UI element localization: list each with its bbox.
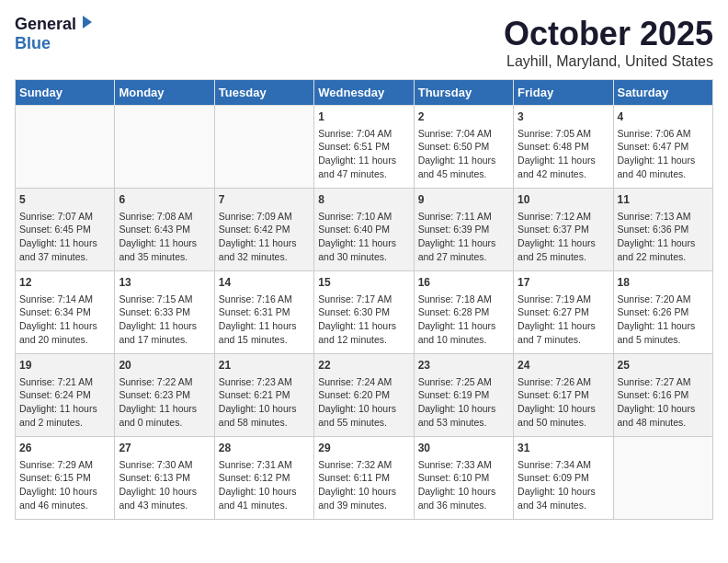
day-info: and 50 minutes. xyxy=(518,416,609,430)
calendar-cell: 18Sunrise: 7:20 AMSunset: 6:26 PMDayligh… xyxy=(613,271,712,354)
logo: General Blue xyxy=(15,15,94,53)
calendar-week-4: 19Sunrise: 7:21 AMSunset: 6:24 PMDayligh… xyxy=(16,354,713,437)
day-info: Sunrise: 7:08 AM xyxy=(119,210,210,224)
day-info: Daylight: 10 hours xyxy=(518,485,609,499)
day-info: Sunrise: 7:32 AM xyxy=(318,458,409,472)
day-number: 18 xyxy=(618,275,709,291)
day-info: Daylight: 10 hours xyxy=(219,485,310,499)
day-number: 19 xyxy=(19,358,110,373)
day-info: Sunset: 6:24 PM xyxy=(19,388,110,402)
day-number: 23 xyxy=(418,358,509,373)
day-info: and 7 minutes. xyxy=(518,333,609,347)
svg-marker-0 xyxy=(83,16,92,29)
day-info: Daylight: 11 hours xyxy=(119,402,210,416)
day-info: Sunrise: 7:29 AM xyxy=(19,458,110,472)
calendar-cell: 31Sunrise: 7:34 AMSunset: 6:09 PMDayligh… xyxy=(514,437,613,520)
day-number: 11 xyxy=(618,192,709,208)
day-info: Daylight: 10 hours xyxy=(618,402,709,416)
calendar-cell: 11Sunrise: 7:13 AMSunset: 6:36 PMDayligh… xyxy=(613,189,712,271)
day-info: Sunrise: 7:17 AM xyxy=(318,293,409,306)
calendar-cell: 6Sunrise: 7:08 AMSunset: 6:43 PMDaylight… xyxy=(115,189,214,271)
title-section: October 2025 Layhill, Maryland, United S… xyxy=(504,15,713,70)
day-info: Sunrise: 7:09 AM xyxy=(219,210,310,224)
day-info: and 22 minutes. xyxy=(618,250,709,264)
day-info: and 39 minutes. xyxy=(318,499,409,512)
day-number: 9 xyxy=(418,192,509,208)
day-info: and 0 minutes. xyxy=(119,416,210,430)
day-info: Sunset: 6:13 PM xyxy=(119,471,210,485)
day-info: and 43 minutes. xyxy=(119,499,210,512)
day-info: Sunrise: 7:15 AM xyxy=(119,293,210,306)
day-info: Daylight: 10 hours xyxy=(19,485,110,499)
day-info: and 17 minutes. xyxy=(119,333,210,347)
day-info: Sunset: 6:12 PM xyxy=(219,471,310,485)
day-info: Sunrise: 7:34 AM xyxy=(518,458,609,472)
calendar-cell: 2Sunrise: 7:04 AMSunset: 6:50 PMDaylight… xyxy=(414,106,513,189)
day-info: and 30 minutes. xyxy=(318,250,409,264)
logo-arrow-icon xyxy=(79,16,94,34)
day-info: Daylight: 11 hours xyxy=(318,236,409,250)
calendar-cell: 12Sunrise: 7:14 AMSunset: 6:34 PMDayligh… xyxy=(16,271,115,354)
day-info: Sunrise: 7:14 AM xyxy=(19,293,110,306)
day-info: Daylight: 11 hours xyxy=(219,236,310,250)
day-number: 10 xyxy=(518,192,609,208)
day-info: Sunrise: 7:30 AM xyxy=(119,458,210,472)
calendar-week-2: 5Sunrise: 7:07 AMSunset: 6:45 PMDaylight… xyxy=(16,189,713,271)
day-info: and 32 minutes. xyxy=(219,250,310,264)
calendar-cell: 28Sunrise: 7:31 AMSunset: 6:12 PMDayligh… xyxy=(214,437,313,520)
day-info: Sunrise: 7:21 AM xyxy=(19,375,110,389)
day-number: 6 xyxy=(119,192,210,208)
calendar-cell: 16Sunrise: 7:18 AMSunset: 6:28 PMDayligh… xyxy=(414,271,513,354)
calendar-cell xyxy=(613,437,712,520)
day-info: and 53 minutes. xyxy=(418,416,509,430)
day-info: Sunset: 6:33 PM xyxy=(119,305,210,319)
day-info: Sunset: 6:10 PM xyxy=(418,471,509,485)
day-number: 24 xyxy=(518,358,609,373)
day-info: Daylight: 10 hours xyxy=(318,485,409,499)
day-info: and 40 minutes. xyxy=(618,167,709,181)
calendar-cell: 1Sunrise: 7:04 AMSunset: 6:51 PMDaylight… xyxy=(314,106,414,189)
day-info: Sunset: 6:43 PM xyxy=(119,223,210,236)
calendar-cell xyxy=(16,106,115,189)
day-info: and 42 minutes. xyxy=(518,167,609,181)
calendar-header: SundayMondayTuesdayWednesdayThursdayFrid… xyxy=(16,80,713,106)
header-day-friday: Friday xyxy=(514,80,613,106)
calendar-cell: 15Sunrise: 7:17 AMSunset: 6:30 PMDayligh… xyxy=(314,271,414,354)
day-info: Sunset: 6:48 PM xyxy=(518,140,609,154)
calendar-cell: 23Sunrise: 7:25 AMSunset: 6:19 PMDayligh… xyxy=(414,354,513,437)
day-info: Sunrise: 7:16 AM xyxy=(219,293,310,306)
day-info: Sunset: 6:47 PM xyxy=(618,140,709,154)
day-info: Sunrise: 7:10 AM xyxy=(318,210,409,224)
day-info: Sunset: 6:16 PM xyxy=(618,388,709,402)
day-info: Sunset: 6:27 PM xyxy=(518,305,609,319)
day-info: Sunrise: 7:19 AM xyxy=(518,293,609,306)
calendar-cell: 25Sunrise: 7:27 AMSunset: 6:16 PMDayligh… xyxy=(613,354,712,437)
day-info: Sunset: 6:39 PM xyxy=(418,223,509,236)
day-number: 15 xyxy=(318,275,409,291)
day-info: and 34 minutes. xyxy=(518,499,609,512)
day-number: 14 xyxy=(219,275,310,291)
day-info: and 58 minutes. xyxy=(219,416,310,430)
header-day-tuesday: Tuesday xyxy=(214,80,313,106)
day-info: Daylight: 11 hours xyxy=(219,319,310,333)
day-info: and 2 minutes. xyxy=(19,416,110,430)
day-info: Daylight: 10 hours xyxy=(518,402,609,416)
day-info: Daylight: 11 hours xyxy=(318,154,409,167)
calendar-cell: 8Sunrise: 7:10 AMSunset: 6:40 PMDaylight… xyxy=(314,189,414,271)
day-info: Sunrise: 7:11 AM xyxy=(418,210,509,224)
day-info: Sunset: 6:42 PM xyxy=(219,223,310,236)
day-info: Sunrise: 7:23 AM xyxy=(219,375,310,389)
day-info: Daylight: 11 hours xyxy=(19,402,110,416)
day-info: Daylight: 11 hours xyxy=(418,236,509,250)
day-number: 31 xyxy=(518,441,609,456)
day-number: 27 xyxy=(119,441,210,456)
day-info: and 47 minutes. xyxy=(318,167,409,181)
day-number: 20 xyxy=(119,358,210,373)
day-number: 4 xyxy=(618,109,709,125)
day-info: and 15 minutes. xyxy=(219,333,310,347)
day-info: Sunset: 6:50 PM xyxy=(418,140,509,154)
day-number: 13 xyxy=(119,275,210,291)
day-number: 22 xyxy=(318,358,409,373)
day-info: Daylight: 11 hours xyxy=(518,154,609,167)
day-number: 1 xyxy=(318,109,409,125)
